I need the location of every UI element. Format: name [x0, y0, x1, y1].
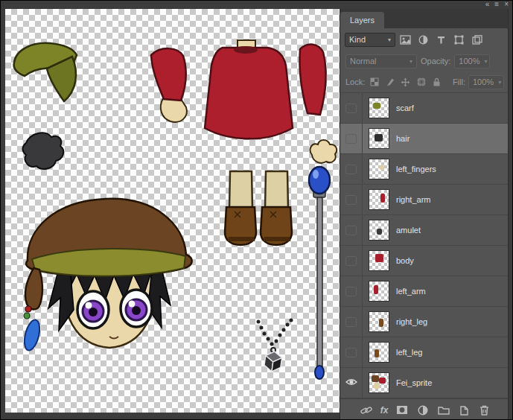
layer-name: scarf [396, 104, 414, 112]
chevron-down-icon: ▾ [485, 58, 488, 65]
fill-label: Fill: [453, 77, 465, 86]
visibility-toggle[interactable] [340, 215, 363, 245]
opacity-value[interactable]: 100% ▾ [454, 54, 490, 69]
lock-position-icon[interactable] [399, 76, 412, 89]
filter-type-layers-icon[interactable] [433, 33, 449, 47]
visibility-toggle[interactable] [340, 93, 363, 123]
filter-pixel-layers-icon[interactable] [398, 33, 413, 47]
layer-name: left_leg [396, 348, 422, 357]
chevron-down-icon: ▾ [410, 58, 412, 65]
new-layer-icon[interactable] [457, 404, 471, 417]
fill-value[interactable]: 100% ▾ [468, 75, 504, 89]
eye-icon [345, 376, 357, 389]
layer-thumbnail[interactable] [369, 220, 389, 241]
visibility-toggle[interactable] [340, 124, 363, 153]
layer-name: amulet [396, 226, 421, 235]
visibility-toggle[interactable] [340, 185, 363, 214]
filter-shape-layers-icon[interactable] [451, 33, 467, 47]
layer-row-body[interactable]: body [340, 246, 509, 276]
layer-thumbnail[interactable] [369, 342, 389, 363]
adjustment-layer-icon[interactable] [416, 404, 430, 417]
lock-artboard-icon[interactable] [415, 76, 427, 89]
layer-row-fei-sprite[interactable]: Fei_sprite [340, 368, 509, 398]
filter-kind-select[interactable]: Kind ▾ [345, 33, 395, 47]
document-canvas[interactable] [5, 9, 340, 413]
filter-smart-objects-icon[interactable] [469, 33, 485, 47]
tab-layers[interactable]: Layers [340, 12, 384, 28]
layer-effects-button[interactable]: fx [380, 405, 389, 416]
panel-menu-icon[interactable]: ≡ [494, 0, 499, 9]
close-icon[interactable]: × [504, 0, 509, 9]
panel-tabbar: Layers [340, 9, 509, 28]
left-fingers-sprite[interactable] [310, 140, 337, 163]
head-sprite[interactable] [22, 199, 191, 352]
lock-all-icon[interactable] [430, 76, 443, 89]
lock-label: Lock: [345, 77, 365, 86]
layer-row-right-leg[interactable]: right_leg [340, 307, 509, 337]
layer-name: hair [396, 134, 410, 143]
lock-transparency-icon[interactable] [368, 76, 380, 89]
layer-thumbnail[interactable] [369, 159, 389, 179]
layer-row-left-fingers[interactable]: left_fingers [340, 154, 509, 185]
layer-row-hair[interactable]: hair [340, 124, 509, 154]
window-right-edge [508, 1, 512, 420]
lock-row: Lock: Fill: 100% ▾ [340, 71, 509, 93]
layer-row-left-arm[interactable]: left_arm [340, 276, 509, 307]
layer-name: left_fingers [396, 165, 436, 174]
collapse-panels-icon[interactable]: « [485, 0, 490, 9]
layer-filter-row: Kind ▾ [340, 28, 509, 51]
visibility-toggle[interactable] [340, 368, 363, 398]
layer-thumbnail[interactable] [369, 372, 389, 393]
layer-list: scarf hair left_fingers right_arm am [340, 93, 509, 398]
layer-name: right_arm [396, 195, 430, 204]
sprite-sheet [5, 9, 340, 413]
visibility-toggle[interactable] [340, 307, 363, 337]
layer-name: body [396, 256, 414, 265]
visibility-toggle[interactable] [340, 246, 363, 276]
delete-layer-icon[interactable] [478, 404, 491, 417]
layer-row-scarf[interactable]: scarf [340, 93, 509, 124]
layer-row-right-arm[interactable]: right_arm [340, 185, 509, 215]
layer-thumbnail[interactable] [369, 281, 389, 302]
layer-name: Fei_sprite [396, 378, 432, 387]
scarf-sprite[interactable] [14, 43, 77, 101]
visibility-toggle[interactable] [340, 276, 363, 306]
legs-sprite[interactable] [225, 171, 292, 245]
add-layer-mask-icon[interactable] [395, 404, 409, 417]
hair-tuft-sprite[interactable] [22, 133, 63, 169]
lock-pixels-icon[interactable] [383, 76, 396, 89]
layer-thumbnail[interactable] [369, 128, 389, 149]
opacity-label: Opacity: [421, 57, 450, 66]
layer-row-left-leg[interactable]: left_leg [340, 337, 509, 368]
visibility-toggle[interactable] [340, 337, 363, 367]
layer-name: left_arm [396, 287, 426, 296]
filter-adjustment-layers-icon[interactable] [415, 33, 431, 47]
body-sprite[interactable] [205, 40, 293, 139]
left-arm-sprite[interactable] [151, 48, 187, 122]
layers-panel: Layers Kind ▾ Norm [340, 1, 509, 420]
layer-thumbnail[interactable] [369, 98, 389, 118]
staff-sprite[interactable] [309, 167, 330, 379]
visibility-toggle[interactable] [340, 154, 363, 184]
layer-thumbnail[interactable] [369, 189, 389, 210]
layer-thumbnail[interactable] [369, 250, 389, 271]
layer-name: right_leg [396, 317, 427, 326]
link-layers-icon[interactable] [360, 404, 373, 417]
layer-thumbnail[interactable] [369, 311, 389, 332]
window-topbar: « ≡ × [1, 1, 512, 9]
blend-mode-row: Normal ▾ Opacity: 100% ▾ [340, 51, 509, 71]
blend-mode-select[interactable]: Normal ▾ [345, 54, 417, 69]
app-window: « ≡ × [0, 0, 513, 420]
chevron-down-icon: ▾ [388, 36, 391, 43]
layer-row-amulet[interactable]: amulet [340, 215, 509, 246]
new-group-icon[interactable] [437, 404, 450, 417]
amulet-sprite[interactable] [257, 319, 293, 373]
chevron-down-icon: ▾ [498, 79, 501, 86]
layers-bottom-toolbar: fx [340, 398, 509, 420]
right-arm-sprite[interactable] [299, 45, 325, 115]
